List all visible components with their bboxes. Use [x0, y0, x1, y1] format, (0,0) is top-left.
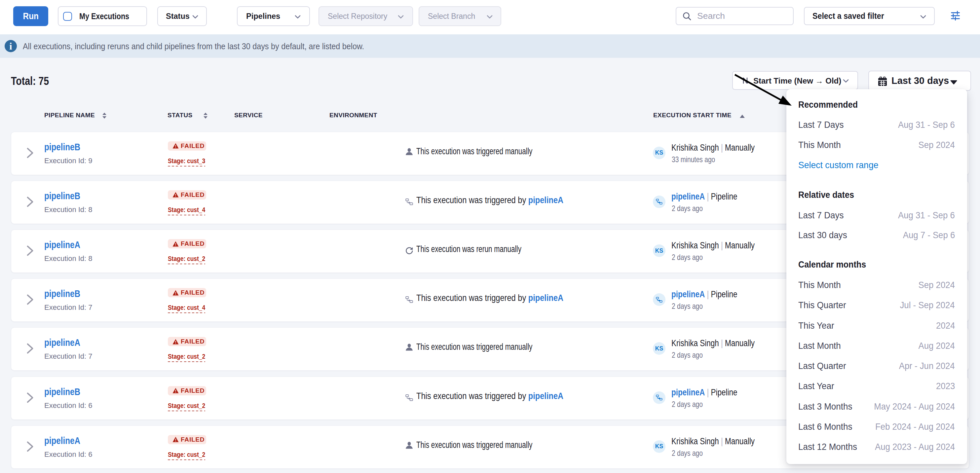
svg-text:i: i [9, 41, 12, 52]
